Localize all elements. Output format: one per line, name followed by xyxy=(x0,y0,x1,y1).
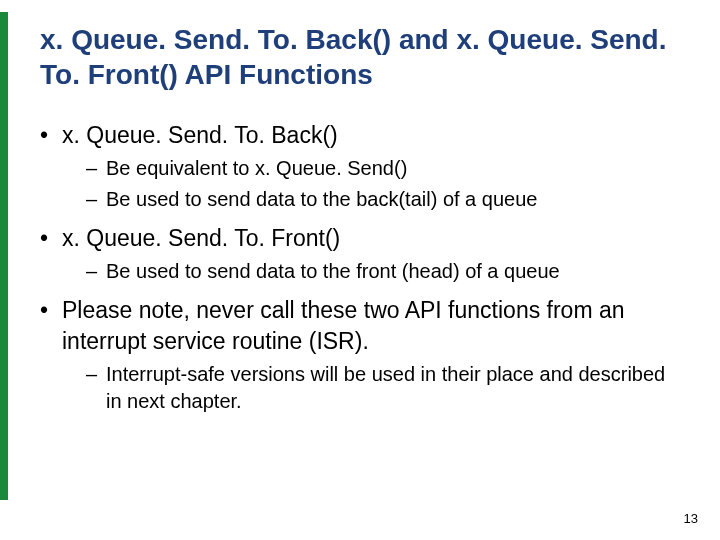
sub-list: Interrupt-safe versions will be used in … xyxy=(86,361,680,415)
bullet-text: Be equivalent to x. Queue. Send() xyxy=(106,157,407,179)
page-number: 13 xyxy=(684,511,698,526)
sub-list: Be equivalent to x. Queue. Send() Be use… xyxy=(86,155,680,213)
bullet-text: x. Queue. Send. To. Front() xyxy=(62,225,340,251)
bullet-text: Be used to send data to the front (head)… xyxy=(106,260,560,282)
list-item: Please note, never call these two API fu… xyxy=(40,295,680,415)
bullet-text: x. Queue. Send. To. Back() xyxy=(62,122,338,148)
list-item: x. Queue. Send. To. Front() Be used to s… xyxy=(40,223,680,285)
slide: x. Queue. Send. To. Back() and x. Queue.… xyxy=(0,0,720,540)
bullet-list: x. Queue. Send. To. Back() Be equivalent… xyxy=(40,120,680,415)
list-item: Interrupt-safe versions will be used in … xyxy=(86,361,680,415)
bullet-text: Interrupt-safe versions will be used in … xyxy=(106,363,665,412)
list-item: Be equivalent to x. Queue. Send() xyxy=(86,155,680,182)
bullet-text: Be used to send data to the back(tail) o… xyxy=(106,188,537,210)
sub-list: Be used to send data to the front (head)… xyxy=(86,258,680,285)
slide-title: x. Queue. Send. To. Back() and x. Queue.… xyxy=(40,22,680,92)
bullet-text: Please note, never call these two API fu… xyxy=(62,297,625,354)
list-item: Be used to send data to the front (head)… xyxy=(86,258,680,285)
list-item: x. Queue. Send. To. Back() Be equivalent… xyxy=(40,120,680,213)
list-item: Be used to send data to the back(tail) o… xyxy=(86,186,680,213)
